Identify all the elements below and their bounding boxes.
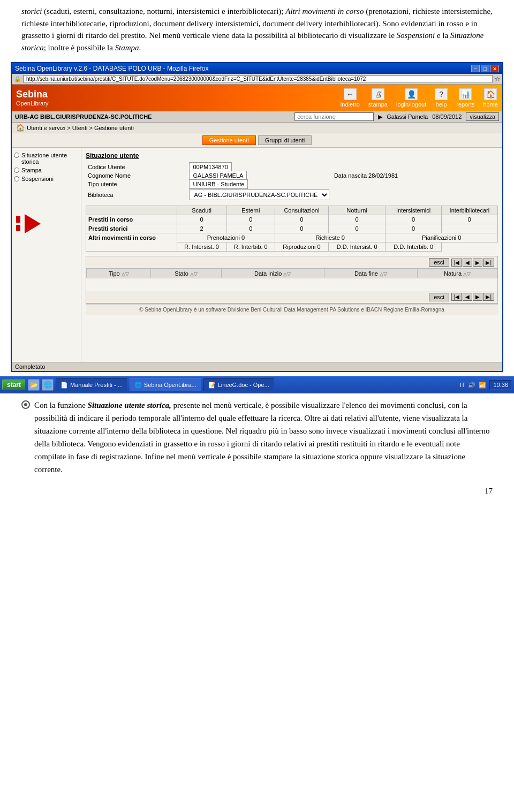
user-info-table: Codice Utente 00PM134870 Cognome Nome GA… (86, 163, 498, 201)
red-arrow-indicator (14, 214, 79, 233)
taskbar-lineeg-icon: 📝 (208, 382, 216, 389)
tipo-sort[interactable]: △▽ (122, 271, 129, 277)
windows-taskbar: start 📂 🌐 📄 Manuale Prestiti - ... 🌐 Seb… (0, 376, 514, 393)
col-esterni: Esterni (226, 206, 275, 215)
sebina-subtitle: OpenLibrary (16, 100, 49, 107)
toolbar-stampa[interactable]: 🖨 stampa (368, 88, 388, 108)
bullet-icon-sospensioni (14, 176, 19, 181)
tipo-row: Tipo utente UNIURB - Studente (86, 180, 498, 188)
bottom-section: esci |◀ ◀ ▶ ▶| Tipo △▽ (86, 256, 498, 304)
stato-sort[interactable]: △▽ (190, 271, 198, 277)
altri-movimenti-row1: Altri movimenti in corso Prenotazioni 0 … (86, 233, 498, 242)
org-name: URB-AG BIBL.GIURISPRUDENZA-SC.POLITICHE (15, 113, 290, 120)
tab-gruppi[interactable]: Gruppi di utenti (258, 135, 312, 145)
taskbar-lineeg[interactable]: 📝 LineeG.doc - Ope... (203, 378, 274, 391)
col-tipo: Tipo △▽ (87, 269, 151, 278)
app-footer: © Sebina OpenLibrary è un software Divis… (86, 304, 498, 315)
last-page-button-2[interactable]: ▶| (483, 293, 494, 301)
col-empty (86, 206, 177, 215)
pianificazioni-cell: Pianificazioni 0 (386, 233, 498, 242)
main-content: Situazione utente storica Stampa Sospens… (12, 148, 502, 362)
cerca-icon[interactable]: ▶ (378, 113, 382, 120)
natura-sort[interactable]: △▽ (463, 271, 471, 277)
nav-date: 08/09/2012 (432, 113, 462, 120)
taskbar-icon-1[interactable]: 📂 (28, 379, 40, 391)
bookmark-icon: ☆ (495, 75, 500, 82)
pic-intersistemici: 0 (386, 215, 441, 224)
history-empty-row (87, 278, 497, 291)
toolbar-home[interactable]: 🏠 home (483, 88, 498, 108)
bullet-icon-situazione (14, 153, 19, 158)
pic-consultazioni: 0 (275, 215, 329, 224)
r-interbib-cell: R. Interbib. 0 (226, 242, 275, 252)
toolbar-login[interactable]: 👤 login/logout (396, 88, 426, 108)
richieste-cell: Richieste 0 (275, 233, 386, 242)
minimize-button[interactable]: − (471, 65, 480, 72)
col-intersistemici: Intersistemici (386, 206, 441, 215)
status-text: Completato (15, 363, 45, 370)
sidebar-item-stampa[interactable]: Stampa (14, 167, 79, 173)
address-label: 🔒 (14, 75, 21, 82)
toolbar-indietro[interactable]: ← indietro (341, 88, 360, 108)
taskbar-sebina-icon: 🌐 (134, 382, 142, 389)
ps-val-5: 0 (386, 224, 441, 233)
taskbar-network-icon: 📶 (479, 382, 486, 389)
stampa-icon: 🖨 (372, 88, 384, 100)
stampa-label: stampa (368, 101, 388, 108)
cerca-input[interactable] (294, 112, 374, 121)
last-page-button[interactable]: ▶| (483, 259, 494, 267)
history-header-row: Tipo △▽ Stato △▽ Data inizio △▽ (87, 269, 497, 278)
data-fine-sort[interactable]: △▽ (380, 271, 387, 277)
browser-title-text: Sebina OpenLibrary v.2.6 - DATABASE POLO… (15, 65, 208, 72)
prev-page-button-2[interactable]: ◀ (463, 293, 472, 301)
pic-esterni: 0 (226, 215, 275, 224)
pic-notturni: 0 (328, 215, 386, 224)
nav-arrows-top[interactable]: |◀ ◀ ▶ ▶| (451, 259, 494, 267)
taskbar-sebina[interactable]: 🌐 Sebina OpenLibra... (130, 378, 201, 391)
next-page-button[interactable]: ▶ (473, 259, 482, 267)
browser-title-label: Sebina OpenLibrary v.2.6 - DATABASE POLO… (15, 65, 208, 72)
first-page-button[interactable]: |◀ (451, 259, 463, 267)
col-scaduti: Scaduti (177, 206, 226, 215)
indietro-icon: ← (344, 88, 357, 100)
bullet-paragraph: Con la funzione Situazione utente storic… (21, 399, 493, 476)
sidebar-item-sospensioni[interactable]: Sospensioni (14, 176, 79, 182)
bullet-inner (24, 403, 27, 406)
page-number: 17 (0, 484, 514, 498)
sidebar-item-situazione[interactable]: Situazione utente storica (14, 152, 79, 165)
taskbar-icon-2[interactable]: 🌐 (42, 379, 54, 391)
start-button[interactable]: start (2, 380, 26, 390)
sidebar-sospensioni-label: Sospensioni (21, 176, 54, 182)
col-data-inizio: Data inizio △▽ (221, 269, 324, 278)
prev-page-button[interactable]: ◀ (463, 259, 472, 267)
address-input[interactable] (24, 75, 493, 83)
loans-header-row: Scaduti Esterni Consultazioni Notturni I… (86, 206, 498, 215)
bullet-icon-stampa (14, 168, 19, 173)
biblioteca-select[interactable]: AG - BIBL.GIURISPRUDENZA-SC.POLITICHE (189, 189, 329, 200)
taskbar-clock: 10.36 (489, 380, 512, 390)
tab-gestione[interactable]: Gestione utenti (202, 135, 256, 145)
nav-arrows-bottom[interactable]: |◀ ◀ ▶ ▶| (451, 293, 494, 301)
visualizza-button[interactable]: visualizza (466, 112, 499, 121)
col-notturni: Notturni (328, 206, 386, 215)
maximize-button[interactable]: □ (481, 65, 489, 72)
next-page-button-2[interactable]: ▶ (473, 293, 482, 301)
riproduzioni-cell: Riproduzioni 0 (275, 242, 329, 252)
status-bar: Completato (12, 362, 502, 371)
toolbar-help[interactable]: ? help (435, 88, 448, 108)
browser-controls[interactable]: − □ ✕ (471, 65, 499, 72)
dd-interbib-cell: D.D. Interbib. 0 (386, 242, 441, 252)
taskbar-manuale[interactable]: 📄 Manuale Prestiti - ... (56, 378, 127, 391)
r-intersist-cell: R. Intersist. 0 (177, 242, 226, 252)
red-arrow (25, 214, 41, 233)
close-button[interactable]: ✕ (490, 65, 499, 72)
esci-button-top[interactable]: esci (429, 258, 449, 267)
first-page-button-2[interactable]: |◀ (451, 293, 463, 301)
esci-row-bottom: esci |◀ ◀ ▶ ▶| (86, 291, 497, 303)
esci-button-bottom[interactable]: esci (429, 293, 449, 301)
toolbar-reports[interactable]: 📊 reports (456, 88, 474, 108)
data-inizio-sort[interactable]: △▽ (283, 271, 291, 277)
codice-label: Codice Utente (86, 163, 187, 171)
cognome-label: Cognome Nome (86, 171, 187, 180)
sidebar-situazione-label: Situazione utente storica (21, 152, 79, 165)
